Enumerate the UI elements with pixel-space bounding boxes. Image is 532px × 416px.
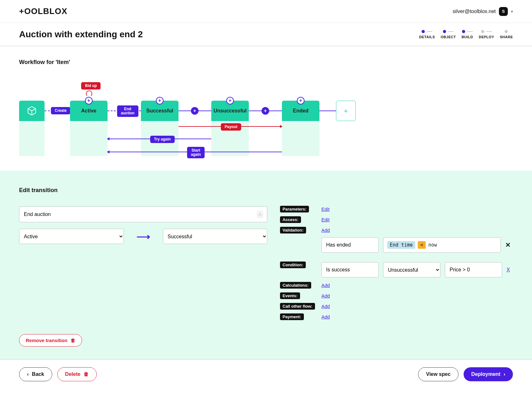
step-deploy[interactable]: DEPLOY bbox=[479, 30, 494, 39]
validation-name-input[interactable] bbox=[321, 237, 379, 253]
start-node[interactable] bbox=[19, 101, 45, 121]
label-call-other: Call other flow: bbox=[280, 303, 315, 310]
parameters-edit[interactable]: Edit bbox=[321, 206, 330, 212]
workflow-canvas: Create Active + Bid up End auction Succe… bbox=[19, 75, 513, 158]
trash-icon: 🗑 bbox=[84, 371, 89, 377]
user-email: silver@toolblox.net bbox=[453, 9, 496, 14]
chevron-right-icon: › bbox=[504, 371, 505, 377]
user-menu[interactable]: silver@toolblox.net S ▾ bbox=[453, 7, 513, 16]
validation-expr[interactable]: End time < now bbox=[383, 237, 501, 253]
transition-end-auction[interactable]: End auction bbox=[117, 105, 138, 117]
back-button[interactable]: ‹ Back bbox=[19, 367, 52, 381]
access-edit[interactable]: Edit bbox=[321, 217, 330, 222]
step-share[interactable]: SHARE bbox=[500, 30, 513, 39]
transition-bidup[interactable]: Bid up bbox=[81, 82, 101, 90]
add-transition-successful[interactable]: + bbox=[156, 97, 164, 104]
transition-name-input[interactable] bbox=[19, 206, 267, 222]
validation-add[interactable]: Add bbox=[321, 227, 330, 233]
payment-add[interactable]: Add bbox=[321, 314, 330, 319]
expr-token-field: End time bbox=[387, 241, 415, 249]
condition-remove[interactable]: X bbox=[507, 267, 510, 273]
expr-token-value: now bbox=[428, 242, 437, 248]
from-state-select[interactable]: Active bbox=[19, 229, 124, 244]
trash-icon: 🗑 bbox=[71, 338, 75, 343]
label-access: Access: bbox=[280, 216, 301, 223]
remove-transition-button[interactable]: Remove transition 🗑 bbox=[19, 334, 82, 347]
label-condition: Condition: bbox=[280, 262, 306, 268]
expr-token-op: < bbox=[418, 241, 426, 249]
brand-logo[interactable]: +OOLBLOX bbox=[19, 6, 67, 16]
call-other-add[interactable]: Add bbox=[321, 304, 330, 309]
add-transition-active[interactable]: + bbox=[85, 97, 93, 104]
view-spec-button[interactable]: View spec bbox=[418, 367, 458, 381]
step-object[interactable]: OBJECT bbox=[441, 30, 456, 39]
edit-title: Edit transition bbox=[19, 187, 513, 194]
transition-start-again[interactable]: Start again bbox=[187, 147, 205, 158]
workflow-title: Workflow for 'Item' bbox=[19, 59, 513, 66]
add-transition-ended[interactable]: + bbox=[297, 97, 304, 104]
validation-remove[interactable]: ✕ bbox=[505, 241, 511, 249]
transition-create[interactable]: Create bbox=[51, 107, 70, 114]
step-details[interactable]: DETAILS bbox=[419, 30, 435, 39]
input-suffix-icon: ⎙ bbox=[257, 211, 263, 218]
add-state-1[interactable]: + bbox=[191, 107, 199, 115]
condition-expr-input[interactable] bbox=[445, 262, 502, 277]
transition-try-again[interactable]: Try again bbox=[150, 136, 175, 143]
step-build[interactable]: BUILD bbox=[462, 30, 473, 39]
condition-name-input[interactable] bbox=[321, 262, 379, 277]
stepper: DETAILS OBJECT BUILD DEPLOY SHARE bbox=[419, 30, 513, 39]
transition-payout[interactable]: Payout bbox=[221, 123, 241, 131]
loop-icon bbox=[86, 90, 92, 97]
label-validation: Validation: bbox=[280, 227, 306, 233]
delete-button[interactable]: Delete 🗑 bbox=[57, 367, 97, 381]
label-parameters: Parameters: bbox=[280, 206, 309, 212]
add-transition-unsuccessful[interactable]: + bbox=[226, 97, 234, 104]
arrow-right-icon: ⟶ bbox=[130, 231, 157, 242]
to-state-select[interactable]: Successful bbox=[163, 229, 268, 244]
events-add[interactable]: Add bbox=[321, 293, 330, 298]
page-title: Auction with extending end 2 bbox=[19, 29, 143, 39]
add-state-button[interactable]: ＋ bbox=[336, 101, 356, 121]
condition-target-select[interactable]: Unsuccessful bbox=[383, 262, 440, 277]
chevron-down-icon: ▾ bbox=[511, 9, 513, 14]
calculations-add[interactable]: Add bbox=[321, 283, 330, 288]
deployment-button[interactable]: Deployment › bbox=[464, 367, 513, 381]
avatar: S bbox=[499, 7, 508, 16]
label-payment: Payment: bbox=[280, 313, 304, 320]
add-state-2[interactable]: + bbox=[262, 107, 269, 115]
label-events: Events: bbox=[280, 292, 300, 299]
package-icon bbox=[27, 106, 37, 116]
label-calculations: Calculations: bbox=[280, 282, 311, 289]
chevron-left-icon: ‹ bbox=[27, 371, 29, 377]
